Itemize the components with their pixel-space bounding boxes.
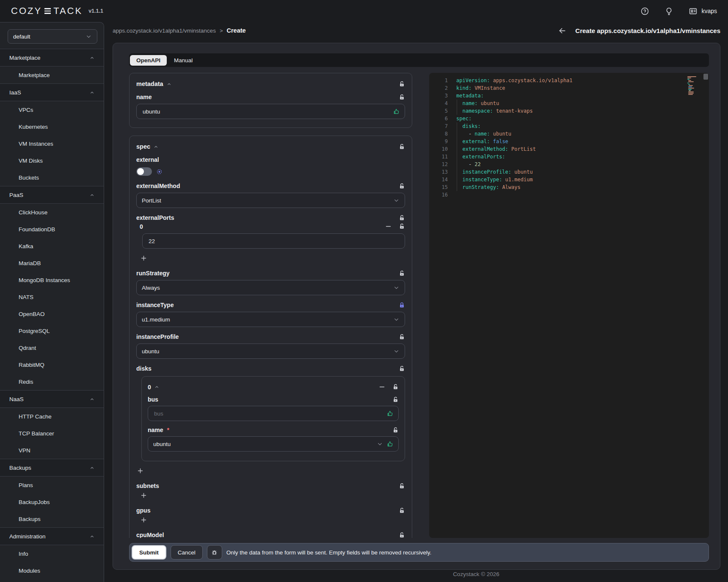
unlock-icon[interactable] bbox=[399, 183, 405, 189]
disk-name-label: name* bbox=[148, 427, 169, 433]
add-gpu-button[interactable] bbox=[140, 516, 147, 524]
chevron-down-icon bbox=[393, 316, 400, 323]
unlock-icon[interactable] bbox=[399, 270, 405, 277]
unlock-icon[interactable] bbox=[399, 94, 405, 100]
sidebar-section-iaas[interactable]: IaaS bbox=[0, 83, 104, 101]
sidebar-item-vm-instances[interactable]: VM Instances bbox=[0, 135, 104, 152]
sidebar-item-redis[interactable]: Redis bbox=[0, 373, 104, 390]
user-menu[interactable]: kvaps bbox=[689, 7, 717, 16]
chevron-up-icon bbox=[167, 82, 171, 86]
unlock-icon[interactable] bbox=[399, 366, 405, 372]
sidebar-item-marketplace[interactable]: Marketplace bbox=[0, 67, 104, 83]
sidebar-item-http-cache[interactable]: HTTP Cache bbox=[0, 408, 104, 425]
sidebar-item-mongodb-instances[interactable]: MongoDB Instances bbox=[0, 272, 104, 288]
tab-openapi[interactable]: OpenAPI bbox=[130, 55, 167, 66]
sidebar-item-clickhouse[interactable]: ClickHouse bbox=[0, 204, 104, 221]
spec-section-header[interactable]: spec bbox=[136, 143, 158, 150]
sidebar-item-plans[interactable]: Plans bbox=[0, 477, 104, 493]
instanceProfile-select[interactable]: ubuntu bbox=[136, 344, 405, 359]
reset-default-icon[interactable] bbox=[156, 169, 163, 175]
lock-icon[interactable] bbox=[399, 302, 405, 308]
unlock-icon[interactable] bbox=[399, 483, 405, 489]
sidebar-item-foundationdb[interactable]: FoundationDB bbox=[0, 221, 104, 238]
external-toggle[interactable] bbox=[136, 167, 152, 176]
sidebar-section-backups[interactable]: Backups bbox=[0, 459, 104, 477]
remove-item-button[interactable] bbox=[385, 223, 392, 230]
instanceType-select[interactable]: u1.medium bbox=[136, 312, 405, 327]
sidebar-item-tcp-balancer[interactable]: TCP Balancer bbox=[0, 425, 104, 442]
debug-button[interactable] bbox=[207, 545, 222, 560]
sidebar-item-vpcs[interactable]: VPCs bbox=[0, 101, 104, 118]
add-subnet-button[interactable] bbox=[140, 492, 147, 499]
gpus-label: gpus bbox=[136, 507, 150, 514]
unlock-icon[interactable] bbox=[392, 384, 399, 390]
unlock-icon[interactable] bbox=[392, 396, 399, 403]
code-line: 11 externalPorts: bbox=[429, 153, 709, 161]
sidebar-item-openbao[interactable]: OpenBAO bbox=[0, 305, 104, 322]
sidebar-item-vm-disks[interactable]: VM Disks bbox=[0, 152, 104, 169]
add-port-button[interactable] bbox=[140, 255, 147, 262]
breadcrumb[interactable]: apps.cozystack.io/v1alpha1/vminstances bbox=[113, 28, 216, 34]
code-line: 3metadata: bbox=[429, 92, 709, 100]
runStrategy-select[interactable]: Always bbox=[136, 280, 405, 295]
cancel-button[interactable]: Cancel bbox=[171, 545, 203, 560]
sidebar-item-backupjobs[interactable]: BackupJobs bbox=[0, 493, 104, 510]
sidebar-item-kubernetes[interactable]: Kubernetes bbox=[0, 118, 104, 135]
sidebar-section-naas[interactable]: NaaS bbox=[0, 390, 104, 408]
unlock-icon[interactable] bbox=[399, 81, 405, 87]
bus-input[interactable] bbox=[153, 410, 387, 417]
metadata-name-input[interactable] bbox=[142, 108, 393, 115]
editor-mode-tabs: OpenAPI Manual bbox=[129, 53, 709, 67]
sidebar-item-postgresql[interactable]: PostgreSQL bbox=[0, 322, 104, 339]
sidebar-item-rabbitmq[interactable]: RabbitMQ bbox=[0, 356, 104, 373]
back-arrow-icon[interactable] bbox=[558, 26, 567, 35]
unlock-icon[interactable] bbox=[399, 215, 405, 221]
bug-icon bbox=[211, 549, 218, 556]
disk-item-header[interactable]: 0 bbox=[148, 384, 159, 391]
externalMethod-select[interactable]: PortList bbox=[136, 193, 405, 208]
sidebar-item-info[interactable]: Info bbox=[0, 545, 104, 562]
yaml-editor[interactable]: 1apiVersion: apps.cozystack.io/v1alpha12… bbox=[429, 73, 709, 538]
disk-name-select[interactable]: ubuntu bbox=[148, 436, 399, 452]
minimap[interactable] bbox=[687, 76, 702, 95]
unlock-icon[interactable] bbox=[399, 144, 405, 150]
tab-manual[interactable]: Manual bbox=[168, 55, 199, 66]
sidebar-item-buckets[interactable]: Buckets bbox=[0, 169, 104, 186]
project-select[interactable]: default bbox=[8, 29, 97, 44]
code-line: 1apiVersion: apps.cozystack.io/v1alpha1 bbox=[429, 77, 709, 84]
sidebar-item-qdrant[interactable]: Qdrant bbox=[0, 339, 104, 356]
name-label: name bbox=[136, 94, 152, 100]
unlock-icon[interactable] bbox=[399, 223, 405, 230]
sidebar-item-vpn[interactable]: VPN bbox=[0, 442, 104, 459]
remove-disk-button[interactable] bbox=[378, 383, 386, 391]
metadata-section-header[interactable]: metadata bbox=[136, 80, 171, 87]
sidebar-item-modules[interactable]: Modules bbox=[0, 562, 104, 579]
unlock-icon[interactable] bbox=[392, 427, 399, 433]
logo-text-right: TACK bbox=[53, 6, 83, 17]
unlock-icon[interactable] bbox=[399, 532, 405, 538]
theme-lightbulb-icon[interactable] bbox=[665, 7, 673, 16]
sidebar-section-marketplace[interactable]: Marketplace bbox=[0, 49, 104, 67]
unlock-icon[interactable] bbox=[399, 507, 405, 514]
editor-scrollbar[interactable] bbox=[703, 74, 708, 80]
externalPorts-item-input[interactable] bbox=[148, 238, 400, 245]
code-line: 9 external: false bbox=[429, 138, 709, 145]
username: kvaps bbox=[701, 8, 717, 14]
sidebar-section-paas[interactable]: PaaS bbox=[0, 186, 104, 204]
help-icon[interactable] bbox=[640, 7, 649, 16]
code-line: 8 - name: ubuntu bbox=[429, 130, 709, 138]
sidebar-item-mariadb[interactable]: MariaDB bbox=[0, 255, 104, 272]
chevron-up-icon bbox=[90, 534, 94, 539]
app-version: v1.1.1 bbox=[88, 8, 103, 14]
unlock-icon[interactable] bbox=[399, 334, 405, 340]
sidebar-section-administration[interactable]: Administration bbox=[0, 527, 104, 545]
section-label: PaaS bbox=[9, 192, 23, 198]
sidebar-item-kafka[interactable]: Kafka bbox=[0, 238, 104, 255]
bus-label: bus bbox=[148, 396, 158, 403]
submit-button[interactable]: Submit bbox=[132, 545, 166, 560]
sidebar-item-nats[interactable]: NATS bbox=[0, 288, 104, 305]
code-line: 7 disks: bbox=[429, 122, 709, 130]
sidebar-item-backups[interactable]: Backups bbox=[0, 510, 104, 527]
add-disk-button[interactable] bbox=[137, 467, 144, 474]
id-card-icon bbox=[689, 7, 698, 16]
